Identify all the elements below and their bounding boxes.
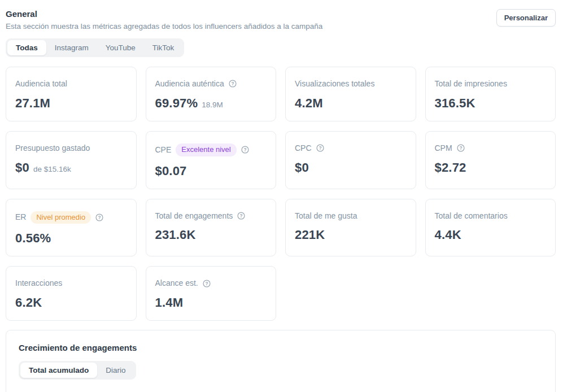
tab-youtube[interactable]: YouTube — [97, 40, 144, 55]
metric-label: Audiencia auténtica — [155, 79, 224, 89]
metric-label: Visualizaciones totales — [295, 79, 374, 89]
metric-card-cpm: CPM $2.72 — [425, 131, 556, 189]
metric-value: 69.97% — [155, 96, 198, 111]
metric-label: Total de engagements — [155, 211, 233, 221]
info-icon[interactable] — [203, 280, 211, 288]
metric-value: 4.4K — [435, 228, 461, 242]
metric-label: Total de comentarios — [435, 211, 508, 221]
page-header: General Esta sección muestra las métrica… — [6, 8, 556, 31]
metric-value: $0 — [295, 160, 309, 175]
level-badge: Nivel promedio — [30, 211, 91, 224]
tab-tiktok[interactable]: TikTok — [144, 40, 183, 55]
tab-diario[interactable]: Diario — [97, 363, 134, 378]
metric-label: CPM — [435, 143, 452, 153]
metric-card-total-engagements: Total de engagements 231.6K — [146, 199, 277, 257]
metric-card-audiencia-total: Audiencia total 27.1M — [6, 67, 137, 121]
metric-label: Alcance est. — [155, 278, 198, 288]
chart-title: Crecimiento de engagements — [19, 343, 543, 352]
metric-value: 221K — [295, 228, 325, 242]
metric-card-cpc: CPC $0 — [285, 131, 416, 189]
metric-label: CPC — [295, 143, 312, 153]
info-icon[interactable] — [95, 214, 103, 221]
general-metrics-page: General Esta sección muestra las métrica… — [0, 0, 567, 392]
metric-secondary: de $15.16k — [33, 165, 71, 173]
metric-label: ER — [15, 212, 26, 222]
page-title: General — [6, 8, 556, 20]
metric-value: $0 — [15, 160, 29, 175]
tab-total-acumulado[interactable]: Total acumulado — [20, 363, 97, 378]
metric-value: 27.1M — [15, 96, 50, 111]
metrics-grid: Audiencia total 27.1M Audiencia auténtic… — [6, 67, 556, 321]
metric-label: Total de me gusta — [295, 211, 357, 221]
info-icon[interactable] — [457, 144, 465, 152]
metric-card-er: ER Nivel promedio 0.56% — [6, 199, 137, 257]
info-icon[interactable] — [316, 144, 324, 152]
metric-label: CPE — [155, 145, 172, 155]
metric-label: Audiencia total — [15, 79, 67, 89]
tab-instagram[interactable]: Instagram — [46, 40, 97, 55]
metric-card-total-comentarios: Total de comentarios 4.4K — [425, 199, 556, 257]
info-icon[interactable] — [229, 80, 237, 88]
metric-value: 316.5K — [435, 96, 476, 111]
metric-secondary: 18.9M — [202, 101, 223, 109]
tab-todas[interactable]: Todas — [7, 40, 46, 55]
metric-value: 0.56% — [15, 231, 51, 246]
metric-label: Presupuesto gastado — [15, 143, 90, 153]
metric-label: Total de impresiones — [435, 79, 507, 89]
metric-label: Interacciones — [15, 278, 62, 288]
metric-card-total-impresiones: Total de impresiones 316.5K — [425, 67, 556, 121]
metric-value: 6.2K — [15, 295, 42, 310]
chart-tab-group: Total acumulado Diario — [19, 361, 136, 380]
metric-card-total-me-gusta: Total de me gusta 221K — [285, 199, 416, 257]
engagement-growth-section: Crecimiento de engagements Total acumula… — [6, 330, 556, 392]
platform-tab-group: Todas Instagram YouTube TikTok — [6, 38, 184, 57]
metric-value: $2.72 — [435, 160, 466, 175]
metric-card-alcance-est: Alcance est. 1.4M — [146, 266, 277, 321]
level-badge: Excelente nivel — [176, 143, 236, 156]
metric-card-presupuesto-gastado: Presupuesto gastado $0 de $15.16k — [6, 131, 137, 189]
info-icon[interactable] — [241, 146, 249, 154]
metric-value: 4.2M — [295, 96, 323, 111]
metric-value: $0.07 — [155, 164, 187, 178]
metric-card-audiencia-autentica: Audiencia auténtica 69.97% 18.9M — [146, 67, 277, 121]
metric-value: 231.6K — [155, 228, 196, 242]
page-subtitle: Esta sección muestra las métricas agrega… — [6, 22, 556, 31]
metric-value: 1.4M — [155, 295, 184, 310]
metric-card-visualizaciones-totales: Visualizaciones totales 4.2M — [285, 67, 416, 121]
metric-card-interacciones: Interacciones 6.2K — [6, 266, 137, 321]
personalize-button[interactable]: Personalizar — [496, 9, 556, 27]
metric-card-cpe: CPE Excelente nivel $0.07 — [146, 131, 277, 189]
info-icon[interactable] — [237, 212, 245, 220]
